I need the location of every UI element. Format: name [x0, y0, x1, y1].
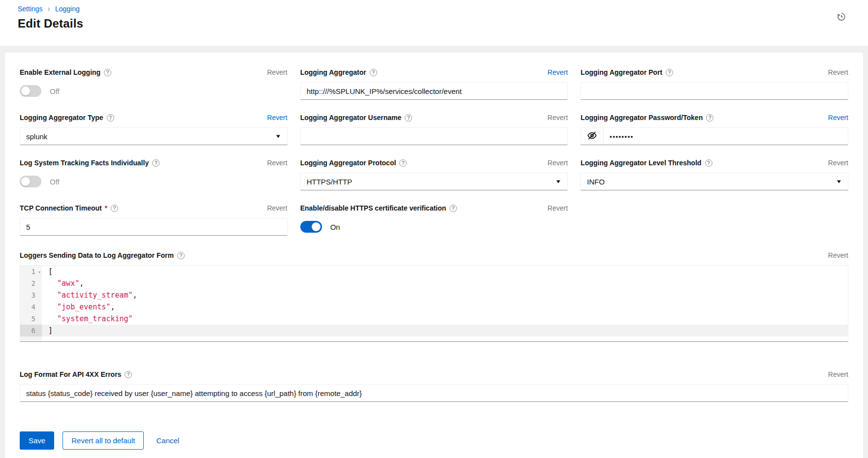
- help-icon[interactable]: [125, 371, 132, 378]
- field-tcp-connection-timeout: TCP Connection Timeout * Revert: [20, 203, 288, 236]
- field-label: Logging Aggregator Password/Token: [580, 114, 713, 122]
- help-icon[interactable]: [104, 69, 111, 76]
- https-cert-verification-toggle[interactable]: [300, 221, 322, 233]
- history-button[interactable]: [836, 11, 847, 24]
- tcp-connection-timeout-input[interactable]: [20, 218, 288, 236]
- breadcrumb-separator-icon: [48, 5, 50, 13]
- revert-button: Revert: [828, 68, 848, 76]
- breadcrumb-logging-link[interactable]: Logging: [55, 5, 80, 13]
- grid-spacer: [580, 203, 848, 236]
- help-icon[interactable]: [705, 159, 712, 167]
- field-logging-aggregator-type: Logging Aggregator Type Revert splunk: [20, 113, 288, 145]
- log-system-tracking-toggle[interactable]: [20, 176, 41, 187]
- field-label: TCP Connection Timeout *: [20, 204, 118, 212]
- password-value[interactable]: ••••••••: [604, 128, 848, 145]
- code-line-content: ]: [42, 325, 848, 336]
- revert-button: Revert: [547, 159, 568, 167]
- toggle-knob: [312, 222, 321, 231]
- log-format-4xx-input[interactable]: [20, 384, 848, 402]
- field-https-cert-verification: Enable/disable HTTPS certificate verific…: [300, 203, 568, 236]
- breadcrumb-settings-link[interactable]: Settings: [18, 5, 43, 13]
- code-line-content: "activity_stream",: [42, 289, 848, 301]
- help-icon[interactable]: [706, 114, 713, 122]
- help-icon[interactable]: [107, 114, 114, 122]
- logging-aggregator-level-select[interactable]: INFO: [580, 173, 848, 190]
- field-label: Log System Tracking Facts Individually: [20, 159, 160, 167]
- field-logging-aggregator-protocol: Logging Aggregator Protocol Revert HTTPS…: [300, 158, 568, 190]
- help-icon[interactable]: [370, 69, 377, 76]
- code-line-content: "awx",: [42, 277, 848, 289]
- code-line: 6]: [20, 325, 848, 336]
- revert-button: Revert: [828, 251, 848, 259]
- code-editor-lines: 1▾[2 "awx",3 "activity_stream",4 "job_ev…: [20, 266, 848, 336]
- field-logging-aggregator: Logging Aggregator Revert: [300, 67, 568, 100]
- password-field: ••••••••: [580, 127, 848, 145]
- cancel-button[interactable]: Cancel: [152, 431, 183, 450]
- code-line-content: "job_events",: [42, 301, 848, 313]
- field-label: Logging Aggregator Protocol: [300, 159, 407, 167]
- line-number: 6: [20, 325, 42, 336]
- revert-button[interactable]: Revert: [828, 114, 848, 122]
- page-title: Edit Details: [18, 17, 848, 31]
- show-password-button[interactable]: [581, 128, 604, 145]
- help-icon[interactable]: [111, 205, 118, 212]
- loggers-code-editor[interactable]: 1▾[2 "awx",3 "activity_stream",4 "job_ev…: [20, 265, 848, 342]
- logging-aggregator-input[interactable]: [300, 82, 568, 100]
- help-icon[interactable]: [450, 205, 457, 212]
- revert-button: Revert: [828, 370, 848, 378]
- revert-button[interactable]: Revert: [267, 114, 287, 122]
- help-icon[interactable]: [177, 252, 185, 259]
- fold-caret-icon[interactable]: ▾: [38, 266, 41, 278]
- chevron-down-icon: [556, 181, 560, 183]
- revert-button: Revert: [267, 159, 287, 167]
- field-label: Log Format For API 4XX Errors: [20, 370, 132, 378]
- field-label: Logging Aggregator: [300, 68, 377, 76]
- field-log-format-4xx: Log Format For API 4XX Errors Revert: [20, 369, 848, 402]
- chevron-down-icon: [276, 135, 280, 138]
- code-line: 3 "activity_stream",: [20, 289, 848, 301]
- field-logging-aggregator-port: Logging Aggregator Port Revert: [580, 67, 848, 100]
- chevron-down-icon: [837, 181, 841, 183]
- logging-aggregator-port-input[interactable]: [580, 82, 848, 100]
- toggle-state-label: Off: [50, 87, 60, 95]
- revert-button[interactable]: Revert: [547, 68, 568, 76]
- logging-aggregator-type-select[interactable]: splunk: [20, 127, 288, 145]
- field-label: Logging Aggregator Username: [300, 114, 413, 122]
- logging-aggregator-protocol-select[interactable]: HTTPS/HTTP: [300, 173, 568, 190]
- field-label: Enable/disable HTTPS certificate verific…: [300, 204, 457, 212]
- revert-button: Revert: [828, 159, 848, 167]
- field-label: Logging Aggregator Port: [580, 68, 673, 76]
- toggle-knob: [21, 177, 30, 186]
- line-number: 3: [20, 289, 42, 301]
- field-logging-aggregator-username: Logging Aggregator Username Revert: [300, 113, 568, 145]
- field-label: Logging Aggregator Type: [20, 114, 114, 122]
- help-icon[interactable]: [152, 159, 160, 167]
- field-logging-aggregator-level: Logging Aggregator Level Threshold Rever…: [580, 158, 848, 190]
- revert-all-button[interactable]: Revert all to default: [63, 431, 144, 450]
- enable-external-logging-toggle[interactable]: [20, 85, 41, 97]
- toggle-state-label: On: [330, 223, 340, 231]
- field-log-system-tracking: Log System Tracking Facts Individually R…: [20, 158, 288, 190]
- save-button[interactable]: Save: [20, 431, 54, 450]
- field-label: Loggers Sending Data to Log Aggregator F…: [20, 251, 185, 259]
- logging-aggregator-username-input[interactable]: [300, 127, 568, 145]
- help-icon[interactable]: [399, 159, 407, 167]
- help-icon[interactable]: [405, 114, 412, 122]
- code-editor-footer: [20, 336, 848, 341]
- line-number: 4: [20, 301, 42, 313]
- help-icon[interactable]: [666, 69, 673, 76]
- code-line: 4 "job_events",: [20, 301, 848, 313]
- field-label: Enable External Logging: [20, 68, 111, 76]
- field-enable-external-logging: Enable External Logging Revert Off: [20, 67, 288, 100]
- code-line-content: "system_tracking": [42, 313, 848, 325]
- edit-details-card: Enable External Logging Revert Off Loggi…: [5, 53, 863, 458]
- field-logging-aggregator-password: Logging Aggregator Password/Token Revert: [580, 113, 848, 145]
- code-line: 2 "awx",: [20, 277, 848, 289]
- code-line: 5 "system_tracking": [20, 313, 848, 325]
- line-number: 2: [20, 277, 42, 289]
- select-value: INFO: [580, 173, 848, 190]
- revert-button: Revert: [267, 204, 287, 212]
- field-loggers-form: Loggers Sending Data to Log Aggregator F…: [20, 250, 848, 342]
- toggle-knob: [21, 87, 30, 95]
- code-line-content: [: [42, 266, 848, 277]
